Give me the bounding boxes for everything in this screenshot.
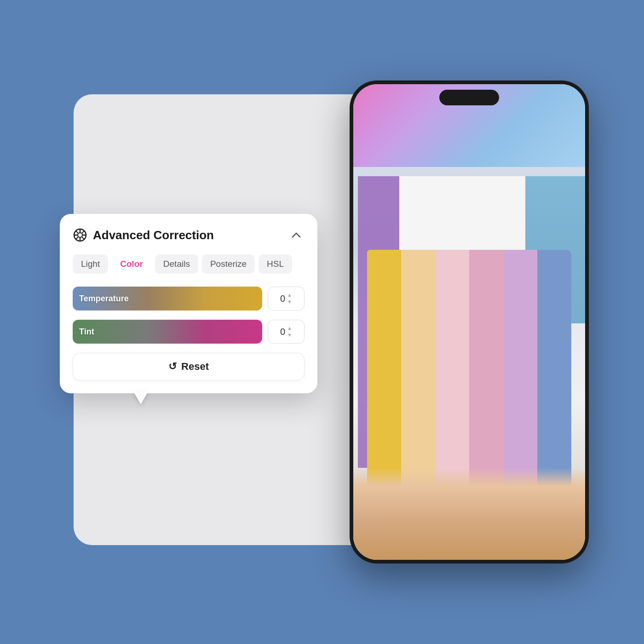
- panel-title-group: Advanced Correction: [73, 228, 214, 242]
- tint-label: Tint: [79, 327, 94, 337]
- scene: Advanced Correction Light Color Details …: [46, 58, 598, 586]
- tab-light[interactable]: Light: [73, 254, 108, 274]
- panel-title: Advanced Correction: [93, 228, 214, 242]
- svg-point-1: [78, 233, 82, 237]
- tint-value-box[interactable]: 0 ▲ ▼: [268, 320, 305, 344]
- tint-up-arrow[interactable]: ▲: [287, 325, 292, 331]
- tint-spinner[interactable]: ▲ ▼: [287, 325, 292, 338]
- svg-line-8: [82, 231, 85, 234]
- temperature-up-arrow[interactable]: ▲: [287, 292, 292, 298]
- tint-value: 0: [280, 327, 285, 337]
- tint-slider-track: Tint 0 ▲ ▼: [73, 320, 305, 344]
- temperature-value-box[interactable]: 0 ▲ ▼: [268, 287, 305, 310]
- panel-collapse-button[interactable]: [288, 227, 305, 243]
- temperature-value: 0: [280, 293, 285, 304]
- hand-holding-canvas: [353, 468, 585, 560]
- temperature-slider-track: Temperature 0 ▲ ▼: [73, 287, 305, 310]
- tab-hsl[interactable]: HSL: [259, 254, 292, 274]
- phone-screen: [353, 84, 585, 560]
- reset-icon: ↺: [168, 361, 177, 373]
- advanced-correction-icon: [73, 228, 87, 242]
- phone-image-area: [353, 167, 585, 560]
- advanced-correction-panel: Advanced Correction Light Color Details …: [60, 214, 317, 393]
- svg-line-7: [82, 237, 85, 240]
- svg-line-6: [76, 231, 79, 234]
- phone-mockup: [350, 80, 589, 564]
- temperature-label: Temperature: [79, 294, 129, 304]
- temperature-slider-row: Temperature 0 ▲ ▼: [73, 287, 305, 310]
- tint-down-arrow[interactable]: ▼: [287, 332, 292, 338]
- reset-button[interactable]: ↺ Reset: [73, 353, 305, 380]
- tab-details[interactable]: Details: [155, 254, 198, 274]
- reset-label: Reset: [181, 361, 209, 373]
- tabs-container: Light Color Details Posterize HSL: [73, 254, 305, 274]
- temperature-spinner[interactable]: ▲ ▼: [287, 292, 292, 305]
- svg-line-9: [76, 237, 79, 240]
- tab-posterize[interactable]: Posterize: [202, 254, 255, 274]
- temperature-slider-bg[interactable]: Temperature: [73, 287, 262, 310]
- tint-slider-bg[interactable]: Tint: [73, 320, 262, 344]
- panel-header: Advanced Correction: [73, 227, 305, 243]
- temperature-down-arrow[interactable]: ▼: [287, 299, 292, 305]
- phone-notch: [439, 90, 499, 105]
- tint-slider-row: Tint 0 ▲ ▼: [73, 320, 305, 344]
- tab-color[interactable]: Color: [112, 254, 151, 274]
